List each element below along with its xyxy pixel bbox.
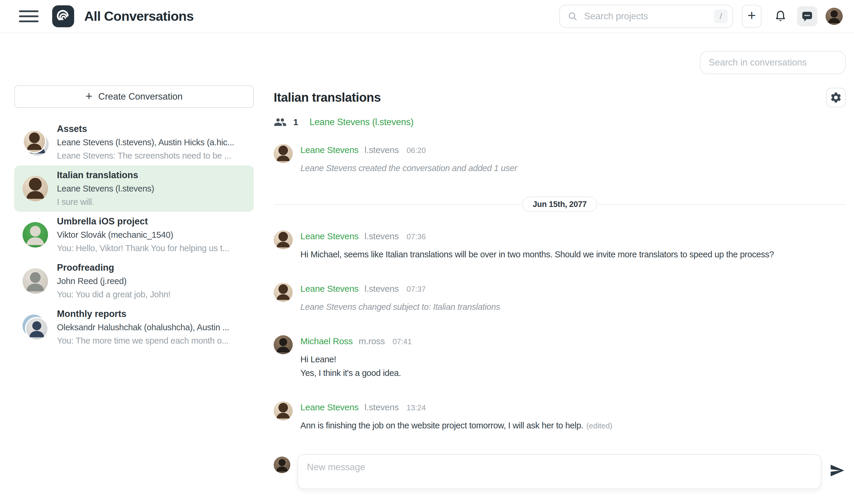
conversation-title: Proofreading xyxy=(57,261,246,274)
app-logo-icon[interactable] xyxy=(52,5,74,27)
conversation-participants: Oleksandr Halushchak (ohalushcha), Austi… xyxy=(57,321,246,334)
message-text: Ann is finishing the job on the website … xyxy=(300,419,846,432)
message: Leane Stevens l.stevens 13:24 Ann is fin… xyxy=(274,401,846,432)
avatar xyxy=(274,144,293,163)
message: Leane Stevens l.stevens 07:36 Hi Michael… xyxy=(274,230,846,260)
message: Michael Ross m.ross 07:41 Hi Leane! Yes,… xyxy=(274,335,846,379)
conversation-title: Italian translations xyxy=(57,168,246,182)
avatar xyxy=(22,222,48,248)
message-time: 07:41 xyxy=(393,336,412,347)
conversation-title: Monthly reports xyxy=(57,307,246,321)
send-button[interactable] xyxy=(829,462,846,479)
avatar xyxy=(274,335,293,354)
search-icon xyxy=(568,11,577,21)
avatar xyxy=(22,268,48,294)
conversations-toggle-button[interactable] xyxy=(797,6,817,26)
message-text: Yes, I think it's a good idea. xyxy=(300,367,846,379)
conversation-avatar-group xyxy=(22,129,48,155)
date-divider: Jun 15th, 2077 xyxy=(274,197,846,212)
user-avatar[interactable] xyxy=(825,8,843,25)
conversation-title: Assets xyxy=(57,122,246,136)
conversation-last-message: You: Hello, Viktor! Thank You for helpin… xyxy=(57,241,246,255)
bell-icon xyxy=(773,10,787,23)
message-author[interactable]: Leane Stevens xyxy=(300,283,358,295)
conversation-participants: Leane Stevens (l.stevens), Austin Hicks … xyxy=(57,136,246,149)
add-button[interactable]: + xyxy=(742,5,762,28)
message-text: Leane Stevens created the conversation a… xyxy=(300,162,846,174)
search-shortcut-badge: / xyxy=(714,10,728,23)
avatar xyxy=(25,317,49,341)
conversation-list: Assets Leane Stevens (l.stevens), Austin… xyxy=(14,119,254,350)
search-projects-input[interactable] xyxy=(584,11,708,22)
message-username: l.stevens xyxy=(364,230,399,242)
message-time: 07:37 xyxy=(407,283,426,295)
create-conversation-label: Create Conversation xyxy=(99,91,183,102)
conversation-settings-button[interactable] xyxy=(826,88,846,107)
menu-icon[interactable] xyxy=(19,11,38,22)
conversations-sidebar: + Create Conversation Assets Leane Steve… xyxy=(14,85,254,350)
gear-icon xyxy=(830,91,842,104)
message-author[interactable]: Michael Ross xyxy=(300,335,353,347)
message-author[interactable]: Leane Stevens xyxy=(300,401,358,413)
message-text: Hi Leane! xyxy=(300,354,846,365)
conversation-item-umbrella-ios-project[interactable]: Umbrella iOS project Viktor Slovák (mech… xyxy=(14,212,254,258)
edited-badge: (edited) xyxy=(586,421,612,430)
message-text: Leane Stevens changed subject to: Italia… xyxy=(300,301,846,313)
avatar xyxy=(22,176,48,201)
chat-title: Italian translations xyxy=(274,90,381,105)
composer xyxy=(274,454,846,489)
notifications-button[interactable] xyxy=(772,8,789,24)
date-divider-label: Jun 15th, 2077 xyxy=(522,197,598,212)
message: Leane Stevens l.stevens 06:20 Leane Stev… xyxy=(274,144,846,174)
search-in-conversations-input[interactable] xyxy=(700,51,846,74)
chat-bubble-icon xyxy=(800,10,814,23)
message-username: l.stevens xyxy=(364,401,399,413)
message-time: 07:36 xyxy=(407,231,426,242)
conversation-last-message: You: You did a great job, John! xyxy=(57,288,246,301)
conversation-last-message: You: The more time we spend each month o… xyxy=(57,334,246,347)
composer-user-avatar xyxy=(274,456,290,473)
conversation-title: Umbrella iOS project xyxy=(57,215,246,228)
message-list: Leane Stevens l.stevens 06:20 Leane Stev… xyxy=(274,144,846,432)
avatar xyxy=(274,283,293,302)
participants-row: 1 Leane Stevens (l.stevens) xyxy=(274,115,846,129)
conversation-last-message: I sure will. xyxy=(57,195,246,209)
chat-panel: Italian translations 1 Leane Stevens (l.… xyxy=(274,88,846,504)
conversation-item-proofreading[interactable]: Proofreading John Reed (j.reed) You: You… xyxy=(14,258,254,304)
page-title: All Conversations xyxy=(84,8,194,24)
conversation-item-monthly-reports[interactable]: Monthly reports Oleksandr Halushchak (oh… xyxy=(14,304,254,350)
new-message-input[interactable] xyxy=(298,454,821,489)
plus-icon: + xyxy=(85,90,92,103)
create-conversation-button[interactable]: + Create Conversation xyxy=(14,85,254,108)
conversation-last-message: Leane Stevens: The screenshots need to b… xyxy=(57,149,246,162)
conversation-avatar-group xyxy=(22,314,48,340)
message-author[interactable]: Leane Stevens xyxy=(300,144,358,156)
message: Leane Stevens l.stevens 07:37 Leane Stev… xyxy=(274,283,846,313)
conversation-participants: Viktor Slovák (mechanic_1540) xyxy=(57,228,246,241)
send-icon xyxy=(830,463,845,478)
conversation-item-italian-translations[interactable]: Italian translations Leane Stevens (l.st… xyxy=(14,165,254,212)
message-username: m.ross xyxy=(358,335,385,347)
top-bar: All Conversations / + xyxy=(0,0,854,33)
message-username: l.stevens xyxy=(364,144,399,156)
avatar xyxy=(274,401,293,420)
message-time: 06:20 xyxy=(407,144,426,156)
message-author[interactable]: Leane Stevens xyxy=(300,230,358,242)
participants-count: 1 xyxy=(293,117,298,127)
message-username: l.stevens xyxy=(364,283,399,295)
avatar xyxy=(274,230,293,249)
people-icon xyxy=(274,115,287,129)
message-text: Hi Michael, seems like Italian translati… xyxy=(300,249,846,260)
chat-header: Italian translations xyxy=(274,88,846,107)
plus-icon: + xyxy=(748,8,756,22)
conversation-participants: John Reed (j.reed) xyxy=(57,274,246,288)
search-projects-box[interactable]: / xyxy=(559,5,733,28)
conversation-participants: Leane Stevens (l.stevens) xyxy=(57,182,246,195)
message-text-content: Ann is finishing the job on the website … xyxy=(300,421,583,430)
message-time: 13:24 xyxy=(407,402,426,414)
avatar xyxy=(22,129,46,153)
conversation-item-assets[interactable]: Assets Leane Stevens (l.stevens), Austin… xyxy=(14,119,254,165)
participant-link[interactable]: Leane Stevens (l.stevens) xyxy=(309,117,414,127)
